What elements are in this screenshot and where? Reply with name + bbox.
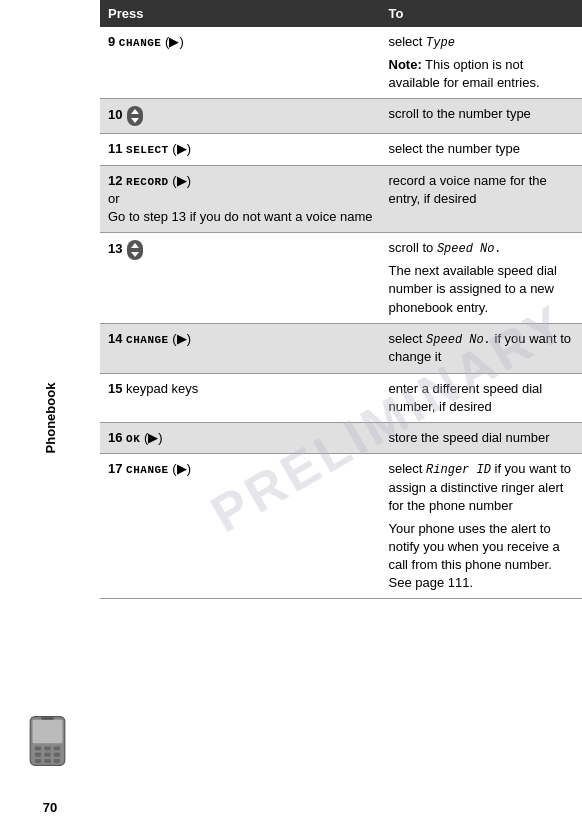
table-row: 11 SELECT (▶)select the number type (100, 134, 582, 165)
table-row: 14 CHANGE (▶)select Speed No. if you wan… (100, 323, 582, 373)
svg-rect-5 (35, 753, 41, 757)
press-cell: 16 OK (▶) (100, 423, 381, 454)
key-paren: (▶) (169, 173, 191, 188)
press-extra-text: or (108, 191, 120, 206)
key-paren: (▶) (169, 461, 191, 476)
key-name: OK (126, 433, 140, 445)
press-cell: 10 (100, 99, 381, 134)
to-cell: store the speed dial number (381, 423, 583, 454)
to-text: enter a different speed dial number, if … (389, 380, 575, 416)
to-cell: scroll to the number type (381, 99, 583, 134)
to-regular: enter a different speed dial number, if … (389, 381, 543, 414)
step-number: 12 (108, 173, 126, 188)
table-row: 13 scroll to Speed No.The next available… (100, 233, 582, 323)
press-cell: 14 CHANGE (▶) (100, 323, 381, 373)
table-row: 17 CHANGE (▶)select Ringer ID if you wan… (100, 454, 582, 599)
key-paren: (▶) (169, 141, 191, 156)
press-cell: 12 RECORD (▶)orGo to step 13 if you do n… (100, 165, 381, 233)
to-regular: select (389, 461, 427, 476)
step-number: 16 (108, 430, 126, 445)
svg-rect-2 (35, 746, 41, 750)
key-name: SELECT (126, 144, 169, 156)
key-plain: keypad keys (126, 381, 198, 396)
to-mono: Ringer ID (426, 463, 491, 477)
to-text: scroll to the number type (389, 105, 575, 123)
note-text: Note: This option is not available for e… (389, 56, 575, 92)
svg-rect-6 (44, 753, 50, 757)
to-regular: store the speed dial number (389, 430, 550, 445)
key-paren: (▶) (161, 34, 183, 49)
svg-rect-3 (44, 746, 50, 750)
press-cell: 9 CHANGE (▶) (100, 27, 381, 99)
step-number: 13 (108, 242, 126, 257)
to-regular: scroll to (389, 240, 437, 255)
table-row: 10 scroll to the number type (100, 99, 582, 134)
to-regular: select (389, 331, 427, 346)
to-text: select the number type (389, 140, 575, 158)
to-regular: select (389, 34, 427, 49)
note-text: Your phone uses the alert to notify you … (389, 520, 575, 593)
to-cell: select the number type (381, 134, 583, 165)
to-cell: select Speed No. if you want to change i… (381, 323, 583, 373)
to-text: select Speed No. if you want to change i… (389, 330, 575, 367)
key-name: CHANGE (126, 334, 169, 346)
sidebar-label: Phonebook (43, 382, 58, 453)
svg-rect-10 (54, 759, 60, 763)
to-cell: select TypeNote: This option is not avai… (381, 27, 583, 99)
note-label: Note: (389, 57, 422, 72)
to-mono: Speed No. (437, 242, 502, 256)
to-cell: select Ringer ID if you want to assign a… (381, 454, 583, 599)
to-cell: enter a different speed dial number, if … (381, 373, 583, 422)
key-name: CHANGE (126, 464, 169, 476)
svg-rect-1 (33, 720, 63, 744)
table-row: 15 keypad keysenter a different speed di… (100, 373, 582, 422)
main-content: PRELIMINARY Press To 9 CHANGE (▶)select … (100, 0, 582, 835)
to-regular: record a voice name for the entry, if de… (389, 173, 547, 206)
to-text: record a voice name for the entry, if de… (389, 172, 575, 208)
svg-rect-7 (54, 753, 60, 757)
step-number: 10 (108, 108, 126, 123)
page-number: 70 (43, 800, 57, 815)
key-name: RECORD (126, 176, 169, 188)
sidebar: Phonebook 70 (0, 0, 100, 835)
to-mono: Speed No. (426, 333, 491, 347)
note-text: The next available speed dial number is … (389, 262, 575, 317)
to-text: store the speed dial number (389, 429, 575, 447)
header-to: To (381, 0, 583, 27)
table-header-row: Press To (100, 0, 582, 27)
step-number: 15 (108, 381, 126, 396)
press-cell: 13 (100, 233, 381, 323)
key-paren: (▶) (169, 331, 191, 346)
svg-rect-8 (35, 759, 41, 763)
svg-rect-9 (44, 759, 50, 763)
to-regular: scroll to the number type (389, 106, 531, 121)
to-text: select Type (389, 33, 575, 52)
header-press: Press (100, 0, 381, 27)
table-row: 12 RECORD (▶)orGo to step 13 if you do n… (100, 165, 582, 233)
step-number: 14 (108, 331, 126, 346)
table-row: 9 CHANGE (▶)select TypeNote: This option… (100, 27, 582, 99)
phone-icon (20, 715, 80, 775)
instructions-table: Press To 9 CHANGE (▶)select TypeNote: Th… (100, 0, 582, 599)
scroll-icon (126, 108, 144, 123)
step-number: 17 (108, 461, 126, 476)
press-cell: 17 CHANGE (▶) (100, 454, 381, 599)
press-cell: 15 keypad keys (100, 373, 381, 422)
scroll-icon (126, 242, 144, 257)
step-number: 11 (108, 141, 126, 156)
to-cell: scroll to Speed No.The next available sp… (381, 233, 583, 323)
to-regular: select the number type (389, 141, 521, 156)
svg-rect-4 (54, 746, 60, 750)
to-text: scroll to Speed No. (389, 239, 575, 258)
to-cell: record a voice name for the entry, if de… (381, 165, 583, 233)
press-cell: 11 SELECT (▶) (100, 134, 381, 165)
table-row: 16 OK (▶)store the speed dial number (100, 423, 582, 454)
press-extra-text: Go to step 13 if you do not want a voice… (108, 209, 373, 224)
key-paren: (▶) (140, 430, 162, 445)
step-number: 9 (108, 34, 119, 49)
key-name: CHANGE (119, 37, 162, 49)
to-text: select Ringer ID if you want to assign a… (389, 460, 575, 515)
svg-rect-11 (41, 717, 54, 719)
to-mono: Type (426, 36, 455, 50)
